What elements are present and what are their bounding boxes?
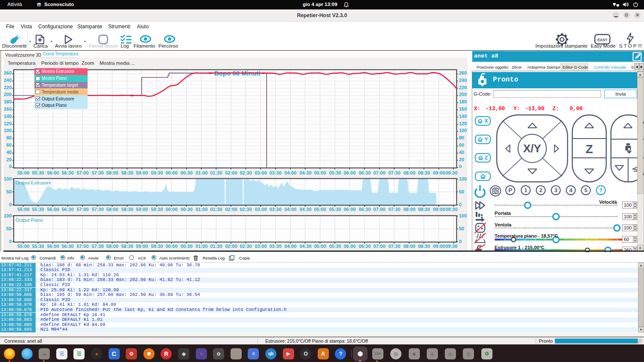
- svg-text:EASY: EASY: [597, 38, 607, 42]
- svg-text:Z: Z: [586, 142, 593, 156]
- svg-text:X/Y: X/Y: [523, 142, 541, 155]
